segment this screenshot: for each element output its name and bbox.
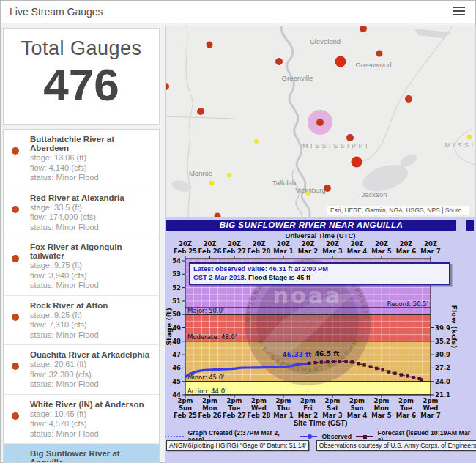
latest-observed-line1: Latest observed value: 46.31 ft at 2:00 … — [193, 265, 328, 273]
forecast-point — [308, 362, 310, 365]
hamburger-menu-icon[interactable] — [453, 7, 465, 17]
top-tick-hour: 20Z — [253, 240, 266, 248]
forecast-point — [362, 363, 365, 366]
gauge-marker[interactable] — [209, 181, 215, 186]
flow-tick-label: 39.9 — [435, 325, 450, 332]
gauge-stage: stage: 9.75 (ft) — [30, 261, 155, 271]
forecast-point — [412, 376, 414, 379]
gauge-marker[interactable] — [376, 51, 383, 57]
map[interactable]: ClevelandGreenwoodGreenvilleMonroeTallul… — [165, 26, 476, 218]
forecast-point — [332, 360, 335, 363]
bottom-tick-day: Sun — [350, 404, 363, 412]
top-tick-hour: 20Z — [424, 240, 437, 248]
flow-tick-label: 27.2 — [435, 364, 450, 371]
top-tick-date: Mar 3 — [322, 248, 342, 255]
bottom-tick-date: Feb 25 — [174, 412, 197, 419]
gauge-marker[interactable] — [467, 135, 472, 140]
gauge-marker[interactable] — [207, 42, 213, 48]
forecast-point — [344, 360, 347, 363]
bottom-tick-time: 2pm — [300, 397, 316, 404]
total-gauges-value: 476 — [4, 62, 159, 108]
stage-tick-label: 47 — [172, 351, 181, 358]
gauge-status-dot — [12, 147, 19, 155]
flow-tick-label: 30.9 — [435, 351, 450, 358]
map-attribution: Esri, HERE, Garmin, NGA, USGS, NPS | Sou… — [327, 206, 469, 215]
top-tick-hour: 20Z — [326, 240, 339, 248]
forecast-point — [320, 360, 323, 363]
flood-stage-note: Flood Stage is 45 ft — [246, 274, 310, 281]
gauge-marker[interactable] — [197, 108, 204, 115]
stage-tick-label: 49 — [172, 325, 181, 332]
list-item[interactable]: White River (IN) at Andersonstage: 10.45… — [4, 395, 159, 445]
gauge-list[interactable]: Buttahatchie River at Aberdeenstage: 13.… — [3, 129, 160, 463]
stage-tick-label: 44 — [172, 391, 181, 399]
bottom-tick-day: Tue — [228, 404, 241, 412]
stage-tick-label: 53 — [172, 270, 181, 278]
stage-tick-label: 54 — [172, 257, 181, 264]
top-tick-date: Feb 26 — [198, 248, 221, 255]
gauge-status-dot — [12, 363, 19, 370]
top-tick-date: Mar 5 — [371, 248, 391, 255]
selected-gauge-marker[interactable] — [316, 119, 324, 126]
gauge-marker[interactable] — [227, 173, 231, 177]
gauge-status: status: Minor Flood — [30, 379, 155, 390]
gauge-status: status: Minor Flood — [30, 281, 155, 291]
gauge-marker[interactable] — [275, 58, 283, 65]
top-tick-hour: 20Z — [179, 240, 192, 248]
list-item[interactable]: Rock River at Aftonstage: 9.25 (ft)flow:… — [4, 296, 159, 346]
bottom-tick-time: 2pm — [251, 397, 267, 404]
bottom-tick-day: Fri — [303, 404, 312, 412]
forecast-point — [326, 360, 329, 363]
bottom-tick-time: 2pm — [325, 397, 341, 404]
list-item[interactable]: Buttahatchie River at Aberdeenstage: 13.… — [4, 130, 159, 188]
gauge-status: status: Minor Flood — [30, 429, 155, 440]
forecast-point — [369, 365, 372, 368]
gauge-flow: flow: 4,140 (cfs) — [30, 163, 155, 174]
gauge-marker[interactable] — [254, 139, 259, 144]
gauge-marker[interactable] — [306, 191, 310, 196]
bottom-tick-day: Sun — [179, 404, 192, 412]
forecast-point — [420, 378, 423, 381]
gauge-status-dot — [12, 255, 19, 262]
list-item[interactable]: Red River at Alexandriastage: 33.5 (ft)f… — [4, 188, 159, 238]
top-tick-hour: 20Z — [277, 240, 290, 248]
list-item[interactable]: Big Sunflower River at Anguillastage: 46… — [4, 444, 159, 463]
list-item[interactable]: Ouachita River at Arkadelphiastage: 20.6… — [4, 345, 159, 395]
gauge-name: Big Sunflower River at Anguilla — [30, 449, 155, 463]
value-annotation: 46.5 ft — [315, 350, 340, 358]
gauge-marker[interactable] — [324, 185, 331, 192]
bottom-tick-time: 2pm — [374, 397, 390, 404]
forecast-point — [387, 370, 390, 373]
city-label: Tallulah — [272, 179, 296, 187]
top-tick-date: Mar 1 — [273, 248, 293, 255]
bottom-tick-date: Mar 4 — [347, 412, 367, 419]
top-tick-date: Feb 28 — [247, 248, 270, 255]
bottom-tick-time: 2pm — [398, 397, 414, 404]
top-tick-date: Mar 4 — [347, 248, 367, 255]
observed-marker-icon — [300, 436, 318, 437]
flow-tick-label: 24.0 — [435, 378, 450, 385]
gauge-marker[interactable] — [352, 157, 362, 168]
city-label: Monroe — [189, 169, 212, 177]
gauge-status: status: Minor Flood — [30, 330, 155, 341]
bottom-tick-day: Wed — [423, 404, 439, 412]
gauge-marker[interactable] — [405, 95, 412, 103]
gauge-stage: stage: 9.25 (ft) — [30, 311, 155, 321]
list-item[interactable]: Fox River at Algonquin tailwaterstage: 9… — [4, 237, 159, 296]
top-tick-hour: 20Z — [302, 240, 315, 248]
legend-observed: Observed — [321, 433, 352, 440]
forecast-point — [351, 360, 354, 363]
gauge-stage: stage: 10.45 (ft) — [30, 410, 155, 420]
forecast-point — [400, 373, 403, 376]
flow-tick-label: 35.2 — [435, 338, 450, 345]
gauge-marker[interactable] — [335, 56, 346, 67]
forecast-point — [313, 361, 316, 364]
city-label: Cleveland — [310, 37, 341, 45]
gauge-marker[interactable] — [346, 134, 354, 141]
bottom-tick-date: Mar 3 — [322, 412, 342, 419]
gauge-name: Red River at Alexandria — [30, 193, 155, 202]
stage-tick-label: 48 — [172, 338, 181, 345]
latest-observed-line2: CST 2-Mar-2018. — [193, 274, 246, 281]
gauge-name: Fox River at Algonquin tailwater — [30, 242, 155, 260]
state-label: MISSISSIPPI — [302, 142, 370, 149]
